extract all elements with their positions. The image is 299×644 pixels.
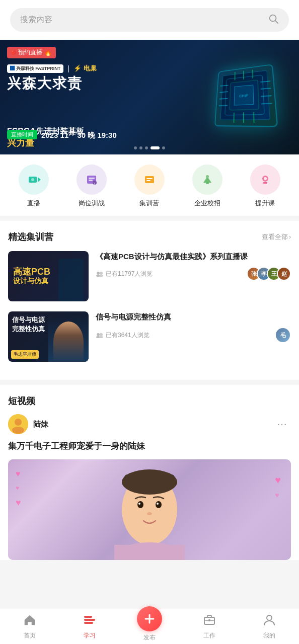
- nav-home[interactable]: 首页: [7, 609, 52, 644]
- short-video-section: 短视频 陆妹 ⋯ 集万千电子工程师宠爱于一身的陆妹 ♥ ♥ ♥: [0, 385, 299, 560]
- camp-info-signal: 信号与电源完整性仿真 已有3641人浏览 毛: [96, 311, 291, 343]
- cat-live-label: 直播: [27, 199, 40, 208]
- camp-avatars-signal: 毛: [279, 327, 291, 343]
- video-more-btn[interactable]: ⋯: [273, 418, 291, 430]
- camp-card-pcb[interactable]: 高速PCB 设计与仿真 《高速PCB设计与仿真最佳实践》系列直播课 已有1179…: [8, 251, 291, 301]
- nav-mine-label: 我的: [263, 631, 275, 640]
- categories: 直播 ! 岗位训战 集训营: [0, 154, 299, 216]
- video-author: 陆妹 ⋯: [8, 414, 291, 434]
- camp-meta-pcb: 已有11797人浏览 张 李 王 赵: [96, 267, 291, 281]
- svg-rect-35: [206, 183, 209, 184]
- banner-chip: CHIP: [198, 60, 289, 130]
- cat-recruit[interactable]: 企业校招: [187, 165, 228, 208]
- svg-line-17: [254, 112, 254, 123]
- bottom-nav: 首页 学习 发布 工作: [0, 609, 299, 644]
- author-name: 陆妹: [33, 420, 48, 429]
- svg-point-46: [97, 333, 100, 336]
- author-left: 陆妹: [8, 414, 48, 434]
- svg-point-55: [122, 469, 177, 495]
- cat-training[interactable]: ! 岗位训战: [71, 165, 112, 208]
- dot-1: [134, 146, 137, 149]
- search-bar: 搜索内容: [0, 0, 299, 40]
- cat-training-label: 岗位训战: [79, 199, 105, 208]
- cat-training-icon: !: [77, 165, 107, 195]
- svg-point-51: [15, 419, 22, 426]
- work-icon: [203, 613, 216, 629]
- time-badge: 直播时间: [7, 130, 37, 139]
- search-icon[interactable]: [268, 13, 279, 27]
- search-input-wrap[interactable]: 搜索内容: [10, 8, 289, 32]
- camp-info-pcb: 《高速PCB设计与仿真最佳实践》系列直播课 已有11797人浏览 张 李 王 赵: [96, 251, 291, 281]
- section-divider-1: [0, 216, 299, 221]
- camp-views-signal: 已有3641人浏览: [96, 331, 150, 340]
- chip-visual: CHIP: [214, 64, 278, 127]
- banner-title-main: 兴森大求责: [7, 76, 83, 92]
- camp-title-pcb: 《高速PCB设计与仿真最佳实践》系列直播课: [96, 251, 291, 262]
- cat-recruit-icon: [192, 165, 222, 195]
- svg-point-42: [97, 272, 100, 275]
- nav-publish-label: 发布: [143, 633, 156, 642]
- nav-publish[interactable]: 发布: [127, 611, 172, 642]
- cat-live[interactable]: 直播: [14, 165, 54, 208]
- camp-meta-signal: 已有3641人浏览 毛: [96, 327, 291, 343]
- banner-title-sub: FCBGA先进封装基板 兴力量: [7, 100, 84, 149]
- cat-upgrade[interactable]: 提升课: [245, 165, 285, 208]
- svg-rect-64: [84, 619, 95, 621]
- svg-line-1: [275, 21, 278, 23]
- author-avatar: [8, 414, 28, 434]
- svg-rect-26: [89, 178, 95, 179]
- cat-camp-icon: [134, 165, 165, 195]
- banner-tag: 预约直播 🔥: [7, 47, 56, 58]
- svg-point-45: [99, 275, 103, 277]
- banner[interactable]: 预约直播 🔥 🅿 兴森科技 FASTPRINT | ⚡ 电巢 兴森大求责 FCB…: [0, 40, 299, 154]
- svg-line-10: [261, 96, 271, 96]
- camp-thumb-signal: 信号与电源 完整性仿真 毛忠平老师: [8, 311, 89, 362]
- cat-camp[interactable]: 集训营: [129, 165, 170, 208]
- nav-mine[interactable]: 我的: [247, 609, 292, 644]
- svg-rect-31: [145, 176, 154, 183]
- search-placeholder: 搜索内容: [20, 15, 52, 25]
- featured-camps-more[interactable]: 查看全部 ›: [262, 232, 291, 242]
- svg-point-60: [147, 512, 152, 515]
- home-icon: [23, 613, 36, 629]
- video-thumb[interactable]: ♥ ♥ ♥: [8, 459, 291, 560]
- mine-icon: [263, 613, 276, 629]
- banner-logos: 🅿 兴森科技 FASTPRINT | ⚡ 电巢: [7, 64, 97, 73]
- banner-logo-sep: |: [67, 64, 69, 72]
- svg-point-58: [138, 503, 140, 505]
- svg-line-6: [219, 99, 228, 99]
- svg-rect-62: [114, 545, 185, 560]
- chevron-right-icon: ›: [289, 233, 291, 240]
- featured-camps-title: 精选集训营: [8, 231, 53, 243]
- svg-line-11: [261, 104, 272, 104]
- svg-point-47: [100, 333, 103, 336]
- learn-icon: [83, 613, 96, 629]
- dot-3: [145, 146, 148, 149]
- svg-rect-33: [146, 180, 151, 181]
- section-divider-2: [0, 380, 299, 385]
- camp-title-signal: 信号与电源完整性仿真: [96, 311, 291, 322]
- nav-home-label: 首页: [24, 631, 36, 640]
- nav-learn-label: 学习: [84, 631, 96, 640]
- camp-thumb-pcb: 高速PCB 设计与仿真: [8, 251, 89, 301]
- nav-work[interactable]: 工作: [187, 609, 232, 644]
- featured-camps-header: 精选集训营 查看全部 ›: [8, 231, 291, 243]
- svg-point-59: [157, 503, 159, 505]
- nav-learn[interactable]: 学习: [67, 609, 112, 644]
- banner-time-bar: 直播时间 2023 11月 30 晚 19:30: [7, 129, 117, 140]
- featured-camps-section: 精选集训营 查看全部 › 高速PCB 设计与仿真 《高速PCB设计与仿真最佳实践…: [0, 221, 299, 380]
- camp-views-pcb: 已有11797人浏览: [96, 270, 153, 278]
- svg-rect-65: [84, 622, 93, 624]
- svg-line-9: [261, 88, 271, 89]
- svg-text:CHIP: CHIP: [239, 94, 248, 98]
- svg-line-8: [260, 81, 270, 82]
- dot-2: [139, 146, 142, 149]
- publish-button[interactable]: [137, 606, 162, 631]
- svg-text:!: !: [94, 182, 95, 185]
- svg-rect-32: [146, 178, 153, 179]
- cat-camp-label: 集训营: [139, 199, 159, 208]
- camp-card-signal[interactable]: 信号与电源 完整性仿真 毛忠平老师 信号与电源完整性仿真 已有36: [8, 311, 291, 362]
- dot-5: [162, 146, 165, 149]
- svg-rect-27: [89, 180, 93, 181]
- svg-rect-63: [84, 616, 92, 618]
